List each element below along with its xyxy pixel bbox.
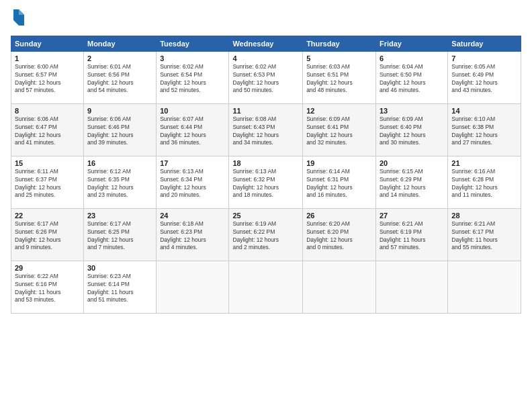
day-info: Sunrise: 6:04 AM Sunset: 6:50 PM Dayligh… [380,63,444,95]
column-header-saturday: Saturday [448,36,521,51]
day-cell: 25Sunrise: 6:19 AM Sunset: 6:22 PM Dayli… [229,208,303,261]
day-number: 2 [87,54,152,62]
day-number: 8 [15,107,80,115]
day-info: Sunrise: 6:07 AM Sunset: 6:44 PM Dayligh… [160,116,225,148]
day-cell [448,261,521,313]
day-info: Sunrise: 6:18 AM Sunset: 6:23 PM Dayligh… [160,220,225,253]
day-number: 5 [306,54,372,62]
day-info: Sunrise: 6:19 AM Sunset: 6:22 PM Dayligh… [232,220,299,253]
day-info: Sunrise: 6:05 AM Sunset: 6:49 PM Dayligh… [451,63,517,95]
day-cell: 23Sunrise: 6:17 AM Sunset: 6:25 PM Dayli… [83,208,156,261]
day-info: Sunrise: 6:21 AM Sunset: 6:19 PM Dayligh… [380,220,444,253]
day-cell: 5Sunrise: 6:03 AM Sunset: 6:51 PM Daylig… [303,51,376,103]
day-cell: 24Sunrise: 6:18 AM Sunset: 6:23 PM Dayli… [157,208,229,261]
day-info: Sunrise: 6:20 AM Sunset: 6:20 PM Dayligh… [306,220,372,253]
day-info: Sunrise: 6:17 AM Sunset: 6:26 PM Dayligh… [15,220,80,253]
week-row-2: 8Sunrise: 6:06 AM Sunset: 6:47 PM Daylig… [11,103,521,156]
day-info: Sunrise: 6:06 AM Sunset: 6:46 PM Dayligh… [87,116,152,148]
column-header-wednesday: Wednesday [229,36,303,51]
day-number: 27 [380,212,444,220]
column-header-thursday: Thursday [303,36,376,51]
day-cell: 3Sunrise: 6:02 AM Sunset: 6:54 PM Daylig… [157,51,229,103]
day-cell: 16Sunrise: 6:12 AM Sunset: 6:35 PM Dayli… [83,156,156,208]
day-info: Sunrise: 6:16 AM Sunset: 6:28 PM Dayligh… [451,168,517,200]
day-number: 30 [87,264,152,272]
day-info: Sunrise: 6:13 AM Sunset: 6:34 PM Dayligh… [160,168,225,200]
day-cell: 18Sunrise: 6:13 AM Sunset: 6:32 PM Dayli… [229,156,303,208]
column-header-friday: Friday [375,36,447,51]
day-cell: 19Sunrise: 6:14 AM Sunset: 6:31 PM Dayli… [303,156,376,208]
logo [11,8,26,30]
day-info: Sunrise: 6:21 AM Sunset: 6:17 PM Dayligh… [451,220,517,253]
day-cell: 27Sunrise: 6:21 AM Sunset: 6:19 PM Dayli… [375,208,447,261]
day-info: Sunrise: 6:11 AM Sunset: 6:37 PM Dayligh… [15,168,80,200]
day-number: 12 [306,107,372,115]
day-number: 11 [232,107,299,115]
day-number: 1 [15,54,80,62]
day-cell: 15Sunrise: 6:11 AM Sunset: 6:37 PM Dayli… [11,156,84,208]
day-info: Sunrise: 6:03 AM Sunset: 6:51 PM Dayligh… [306,63,372,95]
day-cell [229,261,303,313]
day-cell: 29Sunrise: 6:22 AM Sunset: 6:16 PM Dayli… [11,261,84,313]
page: SundayMondayTuesdayWednesdayThursdayFrid… [0,0,532,411]
day-number: 20 [380,159,444,167]
week-row-1: 1Sunrise: 6:00 AM Sunset: 6:57 PM Daylig… [11,51,521,103]
day-number: 15 [15,159,80,167]
day-info: Sunrise: 6:09 AM Sunset: 6:40 PM Dayligh… [380,116,444,148]
column-header-tuesday: Tuesday [157,36,229,51]
day-cell: 8Sunrise: 6:06 AM Sunset: 6:47 PM Daylig… [11,103,84,156]
day-number: 13 [380,107,444,115]
day-number: 25 [232,212,299,220]
day-number: 26 [306,212,372,220]
day-number: 19 [306,159,372,167]
logo-icon [12,8,26,27]
day-number: 21 [451,159,517,167]
day-number: 24 [160,212,225,220]
day-cell: 21Sunrise: 6:16 AM Sunset: 6:28 PM Dayli… [448,156,521,208]
day-cell: 14Sunrise: 6:10 AM Sunset: 6:38 PM Dayli… [448,103,521,156]
day-info: Sunrise: 6:22 AM Sunset: 6:16 PM Dayligh… [15,273,80,305]
day-number: 6 [380,54,444,62]
day-cell: 22Sunrise: 6:17 AM Sunset: 6:26 PM Dayli… [11,208,84,261]
day-info: Sunrise: 6:14 AM Sunset: 6:31 PM Dayligh… [306,168,372,200]
week-row-3: 15Sunrise: 6:11 AM Sunset: 6:37 PM Dayli… [11,156,521,208]
day-number: 14 [451,107,517,115]
day-number: 18 [232,159,299,167]
day-number: 29 [15,264,80,272]
day-info: Sunrise: 6:08 AM Sunset: 6:43 PM Dayligh… [232,116,299,148]
day-cell: 11Sunrise: 6:08 AM Sunset: 6:43 PM Dayli… [229,103,303,156]
day-number: 10 [160,107,225,115]
day-cell [375,261,447,313]
day-number: 17 [160,159,225,167]
day-info: Sunrise: 6:23 AM Sunset: 6:14 PM Dayligh… [87,273,152,305]
day-info: Sunrise: 6:15 AM Sunset: 6:29 PM Dayligh… [380,168,444,200]
column-header-sunday: Sunday [11,36,84,51]
day-number: 23 [87,212,152,220]
day-cell: 2Sunrise: 6:01 AM Sunset: 6:56 PM Daylig… [83,51,156,103]
day-number: 16 [87,159,152,167]
day-cell: 28Sunrise: 6:21 AM Sunset: 6:17 PM Dayli… [448,208,521,261]
header [11,8,521,30]
day-number: 7 [451,54,517,62]
day-cell: 26Sunrise: 6:20 AM Sunset: 6:20 PM Dayli… [303,208,376,261]
day-info: Sunrise: 6:01 AM Sunset: 6:56 PM Dayligh… [87,63,152,95]
day-number: 28 [451,212,517,220]
day-number: 3 [160,54,225,62]
day-cell [303,261,376,313]
day-info: Sunrise: 6:02 AM Sunset: 6:54 PM Dayligh… [160,63,225,95]
day-cell [157,261,229,313]
day-info: Sunrise: 6:12 AM Sunset: 6:35 PM Dayligh… [87,168,152,200]
day-cell: 20Sunrise: 6:15 AM Sunset: 6:29 PM Dayli… [375,156,447,208]
day-cell: 1Sunrise: 6:00 AM Sunset: 6:57 PM Daylig… [11,51,84,103]
day-number: 22 [15,212,80,220]
day-cell: 12Sunrise: 6:09 AM Sunset: 6:41 PM Dayli… [303,103,376,156]
day-cell: 9Sunrise: 6:06 AM Sunset: 6:46 PM Daylig… [83,103,156,156]
day-number: 4 [232,54,299,62]
day-info: Sunrise: 6:17 AM Sunset: 6:25 PM Dayligh… [87,220,152,253]
day-info: Sunrise: 6:02 AM Sunset: 6:53 PM Dayligh… [232,63,299,95]
day-info: Sunrise: 6:13 AM Sunset: 6:32 PM Dayligh… [232,168,299,200]
column-header-monday: Monday [83,36,156,51]
week-row-4: 22Sunrise: 6:17 AM Sunset: 6:26 PM Dayli… [11,208,521,261]
day-info: Sunrise: 6:10 AM Sunset: 6:38 PM Dayligh… [451,116,517,148]
day-cell: 7Sunrise: 6:05 AM Sunset: 6:49 PM Daylig… [448,51,521,103]
